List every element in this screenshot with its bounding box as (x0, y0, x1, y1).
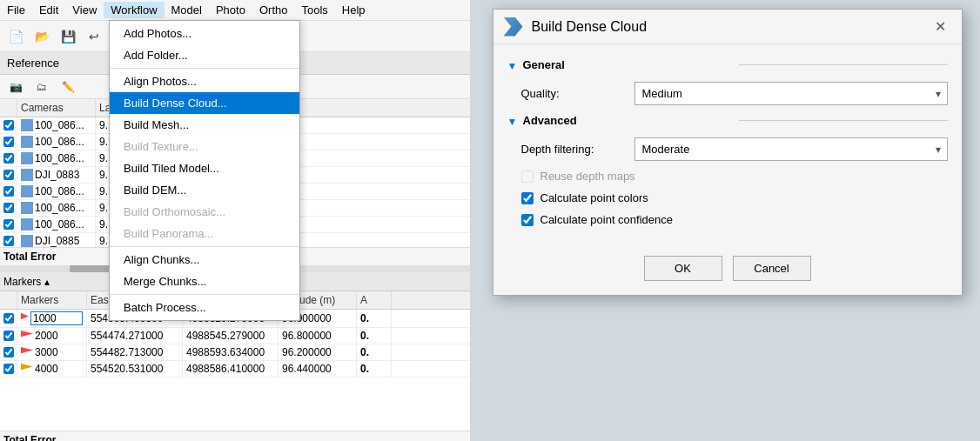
row-checkbox[interactable] (3, 219, 14, 230)
menu-build-dense-cloud[interactable]: Build Dense Cloud... (110, 92, 299, 114)
marker-northing: 4988586.410000 (183, 361, 279, 377)
camera-name: 100_086... (35, 202, 84, 214)
menu-align-photos-label: Align Photos... (124, 75, 197, 88)
new-btn[interactable]: 📄 (3, 24, 28, 49)
menu-help[interactable]: Help (335, 2, 373, 18)
cancel-button[interactable]: Cancel (733, 256, 811, 281)
quality-row: Quality: Lowest Low Medium High Highest … (507, 82, 948, 105)
menu-build-mesh-label: Build Mesh... (124, 118, 189, 131)
general-section-toggle[interactable]: ▼ (507, 60, 518, 70)
quality-select-wrapper: Lowest Low Medium High Highest Ultra Hig… (634, 82, 948, 105)
col-cameras: Cameras (17, 99, 96, 117)
camera-name: DJI_0883 (35, 169, 79, 181)
workflow-dropdown-menu: Add Photos... Add Folder... Align Photos… (109, 20, 300, 321)
sub-btn3[interactable]: ✏️ (56, 75, 80, 99)
marker-checkbox[interactable] (3, 364, 14, 374)
marker-a: 0. (357, 361, 392, 377)
menu-photo[interactable]: Photo (209, 2, 252, 18)
menu-batch-process-label: Batch Process... (124, 301, 206, 314)
sub-btn2[interactable]: 🗂 (30, 75, 54, 99)
marker-checkbox[interactable] (3, 331, 14, 341)
undo-btn[interactable]: ↩ (82, 24, 106, 49)
markers-row[interactable]: 2000 554474.271000 4988545.279000 96.800… (0, 328, 470, 344)
quality-label: Quality: (521, 87, 634, 100)
save-btn[interactable]: 💾 (56, 24, 80, 49)
marker-northing: 4988593.634000 (183, 344, 279, 360)
general-section-header: ▼ General (507, 58, 948, 71)
menu-build-dem-label: Build DEM... (124, 184, 186, 197)
menu-build-dense-cloud-label: Build Dense Cloud... (124, 97, 227, 110)
menu-edit[interactable]: Edit (32, 2, 65, 18)
camera-name: 100_086... (35, 152, 84, 164)
calculate-point-colors-checkbox[interactable] (521, 192, 534, 204)
menu-model[interactable]: Model (164, 2, 209, 18)
calculate-point-colors-label: Calculate point colors (540, 191, 648, 204)
menu-build-panorama: Build Panorama... (110, 223, 299, 244)
col-check (0, 99, 17, 117)
quality-select[interactable]: Lowest Low Medium High Highest Ultra Hig… (634, 82, 948, 105)
menu-sep-3 (110, 294, 299, 295)
sub-btn1[interactable]: 📷 (3, 75, 28, 99)
row-checkbox[interactable] (3, 153, 14, 164)
depth-filtering-select[interactable]: Disabled Mild Moderate Aggressive (634, 137, 948, 161)
menu-build-texture-label: Build Texture... (124, 140, 198, 153)
menu-build-texture: Build Texture... (110, 136, 299, 157)
advanced-section-header: ▼ Advanced (507, 114, 948, 127)
menu-ortho[interactable]: Ortho (252, 2, 295, 18)
menu-add-folder[interactable]: Add Folder... (110, 44, 299, 66)
markers-tab-label[interactable]: Markers ▴ (3, 276, 50, 288)
marker-checkbox[interactable] (3, 347, 14, 357)
menu-sep-1 (110, 68, 299, 69)
marker-northing: 4988545.279000 (183, 328, 279, 344)
menu-merge-chunks[interactable]: Merge Chunks... (110, 271, 299, 292)
advanced-section-title: Advanced (523, 114, 732, 127)
calc-point-confidence-row: Calculate point confidence (507, 213, 948, 226)
marker-name-input[interactable] (30, 311, 83, 325)
marker-altitude: 96.800000 (279, 328, 357, 344)
menu-workflow[interactable]: Workflow (104, 2, 164, 18)
reference-text: Reference (7, 57, 59, 70)
dialog-footer: OK Cancel (493, 245, 962, 295)
menu-align-chunks[interactable]: Align Chunks... (110, 249, 299, 271)
mcol-a: A (357, 291, 392, 309)
row-checkbox[interactable] (3, 186, 14, 197)
menu-file[interactable]: File (0, 2, 32, 18)
menu-build-dem[interactable]: Build DEM... (110, 179, 299, 201)
camera-name: 100_086... (35, 185, 84, 197)
row-checkbox[interactable] (3, 203, 14, 213)
reuse-depth-maps-row: Reuse depth maps (507, 170, 948, 183)
marker-checkbox[interactable] (3, 313, 14, 324)
reuse-depth-maps-checkbox (521, 170, 534, 183)
row-checkbox[interactable] (3, 170, 14, 180)
ok-button[interactable]: OK (644, 256, 722, 281)
open-btn[interactable]: 📂 (30, 24, 54, 49)
dialog-close-button[interactable]: ✕ (930, 17, 951, 37)
calculate-point-confidence-checkbox[interactable] (521, 214, 534, 226)
markers-row[interactable]: 3000 554482.713000 4988593.634000 96.200… (0, 344, 470, 361)
menu-batch-process[interactable]: Batch Process... (110, 297, 299, 318)
camera-name: 100_086... (35, 136, 84, 148)
row-checkbox[interactable] (3, 236, 14, 246)
advanced-section-toggle[interactable]: ▼ (507, 116, 518, 126)
marker-a: 0. (357, 310, 392, 327)
mcol-markers: Markers (17, 291, 87, 309)
row-checkbox[interactable] (3, 120, 14, 130)
marker-name: 4000 (35, 363, 58, 375)
menu-add-folder-label: Add Folder... (124, 49, 188, 62)
camera-name: 100_086... (35, 119, 84, 131)
depth-filtering-row: Depth filtering: Disabled Mild Moderate … (507, 137, 948, 161)
depth-filtering-select-wrapper: Disabled Mild Moderate Aggressive ▾ (634, 137, 948, 161)
markers-total-error: Total Error (0, 431, 470, 441)
menu-view[interactable]: View (65, 2, 104, 18)
build-dense-cloud-dialog: Build Dense Cloud ✕ ▼ General Quality: L… (493, 9, 963, 296)
menu-build-mesh[interactable]: Build Mesh... (110, 114, 299, 136)
menu-tools[interactable]: Tools (294, 2, 334, 18)
dialog-overlay: Build Dense Cloud ✕ ▼ General Quality: L… (474, 0, 980, 441)
menu-align-photos[interactable]: Align Photos... (110, 70, 299, 92)
general-section-title: General (523, 58, 732, 71)
menu-build-tiled-model[interactable]: Build Tiled Model... (110, 157, 299, 179)
menu-add-photos[interactable]: Add Photos... (110, 23, 299, 44)
row-checkbox[interactable] (3, 137, 14, 147)
marker-name: 3000 (35, 346, 58, 358)
markers-row[interactable]: 4000 554520.531000 4988586.410000 96.440… (0, 361, 470, 378)
